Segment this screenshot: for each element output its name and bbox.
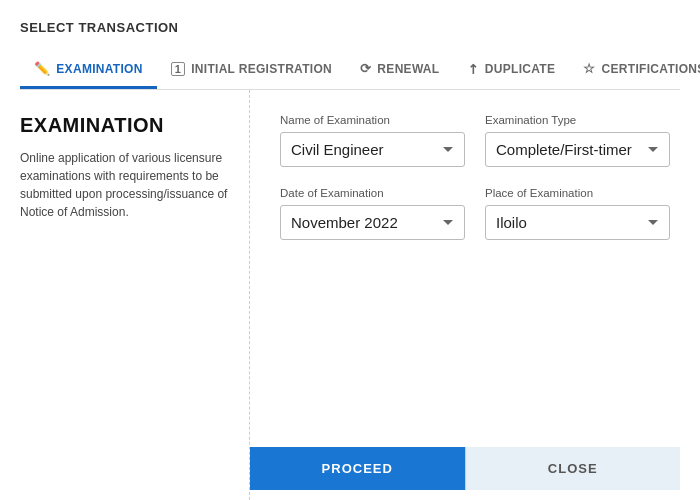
place-of-examination-label: Place of Examination (485, 187, 670, 199)
tab-renewal[interactable]: ⟳ RENEWAL (346, 53, 453, 89)
tabs-bar: ✏️ EXAMINATION 1 INITIAL REGISTRATION ⟳ … (20, 53, 680, 90)
examination-type-group: Examination Type Complete/First-timer (485, 114, 670, 167)
close-button[interactable]: CLOSE (465, 447, 681, 490)
examination-type-select[interactable]: Complete/First-timer (485, 132, 670, 167)
date-of-examination-group: Date of Examination November 2022 (280, 187, 465, 240)
form-row-2: Date of Examination November 2022 Place … (280, 187, 670, 240)
page-wrapper: SELECT TRANSACTION ✏️ EXAMINATION 1 INIT… (0, 0, 700, 500)
examination-type-label: Examination Type (485, 114, 670, 126)
tab-duplicate[interactable]: ↗ DUPLICATE (453, 53, 569, 89)
button-row: PROCEED CLOSE (250, 447, 680, 490)
left-panel: EXAMINATION Online application of variou… (20, 90, 250, 500)
right-panel: Name of Examination Civil Engineer Exami… (250, 90, 680, 500)
main-content: EXAMINATION Online application of variou… (20, 90, 680, 500)
panel-title: EXAMINATION (20, 114, 229, 137)
form-row-1: Name of Examination Civil Engineer Exami… (280, 114, 670, 167)
proceed-button[interactable]: PROCEED (250, 447, 465, 490)
name-of-examination-group: Name of Examination Civil Engineer (280, 114, 465, 167)
date-of-examination-label: Date of Examination (280, 187, 465, 199)
date-of-examination-select[interactable]: November 2022 (280, 205, 465, 240)
tab-initial-registration[interactable]: 1 INITIAL REGISTRATION (157, 54, 346, 89)
pencil-icon: ✏️ (34, 61, 50, 76)
duplicate-icon: ↗ (464, 59, 483, 78)
place-of-examination-group: Place of Examination Iloilo (485, 187, 670, 240)
select-transaction-label: SELECT TRANSACTION (20, 20, 680, 35)
star-icon: ☆ (583, 61, 595, 76)
renewal-icon: ⟳ (360, 61, 371, 76)
name-of-examination-label: Name of Examination (280, 114, 465, 126)
place-of-examination-select[interactable]: Iloilo (485, 205, 670, 240)
panel-description: Online application of various licensure … (20, 149, 229, 221)
name-of-examination-select[interactable]: Civil Engineer (280, 132, 465, 167)
tab-certifications[interactable]: ☆ CERTIFICATIONS (569, 53, 700, 89)
initial-icon: 1 (171, 62, 185, 76)
tab-examination[interactable]: ✏️ EXAMINATION (20, 53, 157, 89)
